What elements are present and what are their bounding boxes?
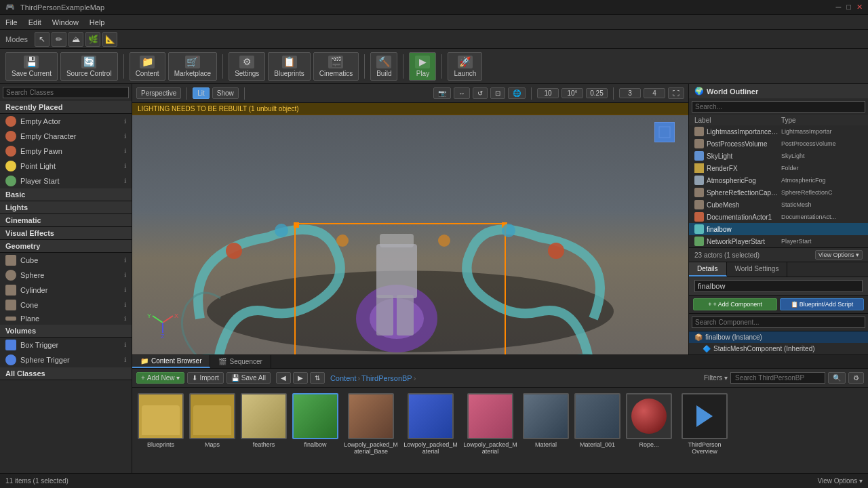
add-component-btn[interactable]: + + Add Component <box>693 298 777 310</box>
list-item[interactable]: Box Trigger ℹ <box>0 338 132 352</box>
cinematics-btn[interactable]: 🎬 Cinematics <box>313 52 359 81</box>
outliner-search-input[interactable] <box>692 101 865 113</box>
tab-details[interactable]: Details <box>689 262 727 277</box>
list-item[interactable]: Cylinder ℹ <box>0 283 132 298</box>
translate-btn[interactable]: ↔ <box>454 87 470 99</box>
outliner-item[interactable]: AtmosphericFog AtmosphericFog <box>689 174 868 186</box>
blueprints-btn[interactable]: 📋 Blueprints <box>268 52 310 81</box>
maximize-viewport-btn[interactable]: ⛶ <box>668 87 684 99</box>
component-instance[interactable]: 📦 finalbow (Instance) <box>689 331 868 343</box>
list-item[interactable]: Plane ℹ <box>0 312 132 325</box>
outliner-item[interactable]: CubeMesh StaticMesh <box>689 199 868 211</box>
paint-mode-btn[interactable]: ✏ <box>52 32 66 47</box>
component-inherited[interactable]: 🔷 StaticMeshComponent (Inherited) <box>689 343 868 354</box>
blueprint-add-script-btn[interactable]: 📋 Blueprint/Add Script <box>780 298 864 310</box>
outliner-item[interactable]: RenderFX Folder <box>689 162 868 174</box>
list-item[interactable]: Cone ℹ <box>0 298 132 312</box>
search-btn[interactable]: 🔍 <box>828 372 846 384</box>
camera-speed-btn[interactable]: 📷 <box>433 87 451 99</box>
list-item[interactable]: Sphere ℹ <box>0 268 132 283</box>
content-btn[interactable]: 📁 Content <box>130 52 165 81</box>
section-volumes[interactable]: Volumes <box>0 325 132 338</box>
play-btn[interactable]: ▶ Play <box>409 52 436 81</box>
settings-btn[interactable]: ⚙ Settings <box>229 52 265 81</box>
outliner-item[interactable]: DocumentationActor1 DocumentationAct... <box>689 211 868 223</box>
content-item-finalbow[interactable]: finalbow <box>292 393 338 448</box>
rotate-btn[interactable]: ↺ <box>473 87 488 99</box>
sync-btn[interactable]: ⇅ <box>310 372 325 384</box>
list-item[interactable]: Point Light ℹ <box>0 159 132 174</box>
list-item[interactable]: Empty Pawn ℹ <box>0 144 132 159</box>
section-basic[interactable]: Basic <box>0 188 132 201</box>
content-item-thirdperson[interactable]: ThirdPerson Overview <box>677 393 732 455</box>
viewport-canvas[interactable]: X Y Z <box>132 115 688 354</box>
landscape-mode-btn[interactable]: ⛰ <box>68 32 83 47</box>
list-item[interactable]: Empty Actor ℹ <box>0 114 132 129</box>
tab-world-settings[interactable]: World Settings <box>727 262 788 277</box>
outliner-item[interactable]: SkyLight SkyLight <box>689 150 868 162</box>
breadcrumb-thirpersonbp[interactable]: ThirdPersonBP <box>361 374 412 382</box>
menu-help[interactable]: Help <box>90 18 105 26</box>
tab-content-browser[interactable]: 📁 Content Browser <box>132 355 210 368</box>
section-visual-effects[interactable]: Visual Effects <box>0 227 132 240</box>
close-btn[interactable]: ✕ <box>856 3 863 12</box>
add-new-btn[interactable]: + Add New ▾ <box>136 372 184 384</box>
back-btn[interactable]: ◀ <box>276 372 291 384</box>
build-btn[interactable]: 🔨 Build <box>370 52 397 81</box>
content-item-lowpoly1[interactable]: Lowpoly_packed_Material_Base <box>344 393 398 455</box>
lit-btn[interactable]: Lit <box>193 87 210 99</box>
component-search-input[interactable] <box>692 317 865 328</box>
tab-sequencer[interactable]: 🎬 Sequencer <box>210 355 271 368</box>
forward-btn[interactable]: ▶ <box>293 372 308 384</box>
list-item[interactable]: Sphere Trigger ℹ <box>0 352 132 367</box>
geometry-mode-btn[interactable]: 📐 <box>102 32 117 47</box>
content-search-input[interactable] <box>730 372 825 384</box>
marketplace-btn[interactable]: 🛒 Marketplace <box>168 52 217 81</box>
save-all-btn[interactable]: 💾 Save All <box>226 372 271 384</box>
menu-window[interactable]: Window <box>52 18 79 26</box>
content-item-material[interactable]: Material <box>523 393 569 448</box>
section-cinematic[interactable]: Cinematic <box>0 214 132 227</box>
perspective-dropdown[interactable]: Perspective <box>136 87 181 99</box>
source-control-btn[interactable]: 🔄 Source Control <box>60 52 118 81</box>
nav-cube[interactable] <box>654 122 675 142</box>
view-options-btn[interactable]: View Options ▾ <box>815 250 863 260</box>
minimize-btn[interactable]: ─ <box>836 3 842 12</box>
import-btn[interactable]: ⬇ Import <box>187 372 223 384</box>
launch-btn[interactable]: 🚀 Launch <box>448 52 482 81</box>
section-recently-placed[interactable]: Recently Placed <box>0 101 132 114</box>
content-item-material001[interactable]: Material_001 <box>574 393 620 448</box>
content-item-rope[interactable]: Rope... <box>626 393 672 448</box>
breadcrumb-content[interactable]: Content <box>330 374 357 382</box>
list-item[interactable]: Empty Character ℹ <box>0 129 132 144</box>
list-item[interactable]: Cube ℹ <box>0 253 132 268</box>
content-item-lowpoly3[interactable]: Lowpoly_packed_Material <box>463 393 517 455</box>
view-settings-btn[interactable]: ⚙ <box>848 372 864 384</box>
save-current-btn[interactable]: 💾 Save Current <box>5 52 58 81</box>
section-geometry[interactable]: Geometry <box>0 240 132 253</box>
outliner-item[interactable]: LightmassImportanceVolume LightmassImpor… <box>689 125 868 138</box>
content-item-maps[interactable]: Maps <box>189 393 235 448</box>
select-mode-btn[interactable]: ↖ <box>35 32 50 47</box>
content-item-lowpoly2[interactable]: Lowpoly_packed_Material <box>403 393 458 455</box>
view-options-status[interactable]: View Options ▾ <box>817 477 863 485</box>
content-item-blueprints[interactable]: Blueprints <box>138 393 184 448</box>
content-item-feathers[interactable]: feathers <box>241 393 287 448</box>
maximize-btn[interactable]: □ <box>846 3 851 12</box>
menu-edit[interactable]: Edit <box>28 18 41 26</box>
world-local-btn[interactable]: 🌐 <box>508 87 526 99</box>
foliage-mode-btn[interactable]: 🌿 <box>85 32 100 47</box>
search-classes-input[interactable] <box>3 87 129 98</box>
actor-name-input[interactable] <box>694 280 863 292</box>
list-item[interactable]: Player Start ℹ <box>0 174 132 188</box>
world-outliner-header[interactable]: 🌍 World Outliner <box>689 84 868 98</box>
section-lights[interactable]: Lights <box>0 201 132 214</box>
menu-file[interactable]: File <box>5 18 18 26</box>
section-all-classes[interactable]: All Classes <box>0 367 132 380</box>
show-btn[interactable]: Show <box>212 87 239 99</box>
outliner-item[interactable]: SphereReflectionCapture SphereReflection… <box>689 186 868 199</box>
scale-btn[interactable]: ⊡ <box>490 87 505 99</box>
outliner-item-selected[interactable]: finalbow <box>689 223 868 235</box>
outliner-item[interactable]: PostProcessVolume PostProcessVolume <box>689 138 868 150</box>
outliner-item[interactable]: NetworkPlayerStart PlayerStart <box>689 235 868 247</box>
